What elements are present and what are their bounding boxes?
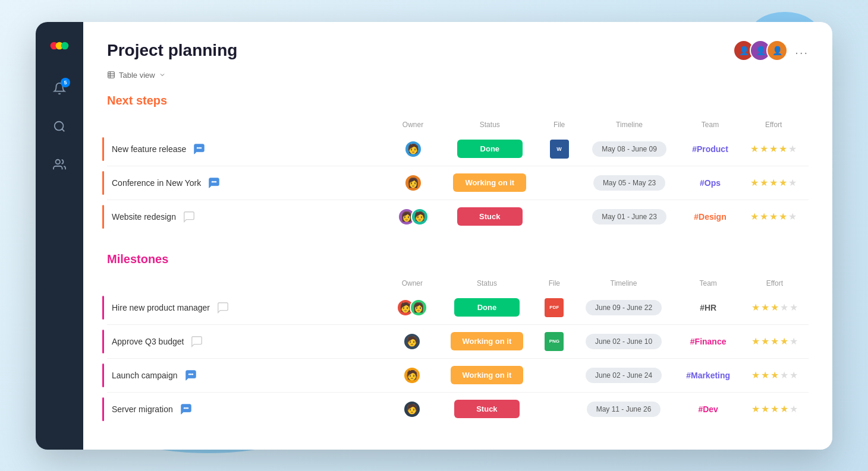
svg-point-18 xyxy=(191,373,193,375)
col-header-status: Status xyxy=(438,117,542,132)
team-tag: #Ops xyxy=(700,178,721,188)
row-name: Website redesign xyxy=(107,200,388,233)
team-cell: #Dev xyxy=(676,392,741,426)
star: ★ xyxy=(751,302,760,313)
star: ★ xyxy=(790,369,798,381)
status-cell[interactable]: Working on it xyxy=(438,166,542,200)
svg-point-3 xyxy=(55,121,64,130)
effort-cell: ★ ★ ★ ★ ★ xyxy=(741,291,809,325)
row-name: New feature release xyxy=(107,132,388,166)
table-view-button[interactable]: Table view xyxy=(107,71,809,80)
svg-line-4 xyxy=(62,129,64,131)
star: ★ xyxy=(751,403,760,415)
logo-icon[interactable] xyxy=(48,34,71,58)
row-accent xyxy=(102,137,104,161)
star: ★ xyxy=(760,143,768,154)
star: ★ xyxy=(769,211,778,222)
status-badge[interactable]: Stuck xyxy=(454,400,520,418)
star: ★ xyxy=(770,369,779,381)
team-tag: #Design xyxy=(694,212,726,222)
timeline-badge: May 01 - June 23 xyxy=(592,209,666,225)
timeline-badge: May 11 - June 26 xyxy=(587,402,661,417)
table-row: Server migration xyxy=(107,392,809,426)
status-badge[interactable]: Done xyxy=(457,140,523,158)
star: ★ xyxy=(780,369,788,381)
more-options-button[interactable]: ... xyxy=(795,43,809,57)
status-cell[interactable]: Stuck xyxy=(438,200,542,233)
row-name: Launch campaign xyxy=(107,359,388,392)
owner-avatar: 👩 xyxy=(410,299,427,317)
table-row: Website redesign 👩 xyxy=(107,200,809,233)
svg-point-20 xyxy=(185,407,187,409)
star: ★ xyxy=(770,336,779,347)
table-row: Conference in New York xyxy=(107,166,809,200)
next-steps-table: Owner Status File Timeline Team Effort xyxy=(107,117,809,233)
people-icon[interactable] xyxy=(48,153,71,176)
table-view-label: Table view xyxy=(119,71,155,80)
stars-rating: ★ ★ ★ ★ ★ xyxy=(751,336,798,347)
file-cell xyxy=(542,166,577,200)
status-cell[interactable]: Done xyxy=(438,132,542,166)
effort-cell: ★ ★ ★ ★ ★ xyxy=(738,200,809,233)
row-accent xyxy=(102,330,104,353)
owner-cell: 🧑 xyxy=(388,358,437,392)
chat-icon[interactable] xyxy=(191,141,207,157)
timeline-cell: May 01 - June 23 xyxy=(577,200,682,233)
svg-point-10 xyxy=(197,147,199,148)
svg-point-17 xyxy=(190,373,191,375)
svg-point-21 xyxy=(187,407,188,409)
status-cell[interactable]: Done xyxy=(437,291,537,325)
row-text: Server migration xyxy=(112,404,173,414)
status-badge[interactable]: Working on it xyxy=(451,366,524,384)
file-cell: PDF xyxy=(537,291,571,325)
stars-rating: ★ ★ ★ ★ ★ xyxy=(750,177,797,188)
effort-cell: ★ ★ ★ ★ ★ xyxy=(741,358,809,392)
svg-point-5 xyxy=(56,159,60,163)
file-png-icon[interactable]: PNG xyxy=(545,332,564,351)
chevron-down-icon xyxy=(159,71,166,78)
status-badge[interactable]: Done xyxy=(454,298,520,317)
team-cell: #Design xyxy=(682,200,739,233)
col-header-team: Team xyxy=(676,276,741,291)
table-icon xyxy=(107,71,115,79)
file-word-icon[interactable]: W xyxy=(550,140,569,159)
app-container: 5 Project planning 👤 👤 xyxy=(36,22,832,450)
chat-icon[interactable] xyxy=(181,208,197,225)
chat-bubble-icon xyxy=(183,210,196,223)
chat-icon[interactable] xyxy=(183,367,199,384)
status-cell[interactable]: Stuck xyxy=(437,392,537,426)
file-pdf-icon[interactable]: PDF xyxy=(545,298,564,317)
chat-icon[interactable] xyxy=(215,299,231,316)
notifications-icon[interactable]: 5 xyxy=(48,77,71,100)
status-cell[interactable]: Working on it xyxy=(437,358,537,392)
team-cell: #Product xyxy=(682,132,739,166)
star: ★ xyxy=(761,403,769,415)
search-icon[interactable] xyxy=(48,115,71,138)
stars-rating: ★ ★ ★ ★ ★ xyxy=(750,143,797,154)
owner-avatar: 👩 xyxy=(404,174,422,192)
star: ★ xyxy=(750,143,759,154)
star: ★ xyxy=(761,302,769,313)
chat-icon[interactable] xyxy=(178,401,194,418)
sidebar: 5 xyxy=(36,22,83,450)
star: ★ xyxy=(788,211,797,222)
timeline-cell: June 09 - June 22 xyxy=(572,291,676,325)
stars-rating: ★ ★ ★ ★ ★ xyxy=(751,403,798,415)
status-badge[interactable]: Working on it xyxy=(451,332,524,350)
team-cell: #HR xyxy=(676,291,741,325)
chat-icon[interactable] xyxy=(188,333,205,350)
col-header-team: Team xyxy=(682,117,739,132)
status-badge[interactable]: Stuck xyxy=(457,207,523,226)
row-name-cell: Launch campaign xyxy=(107,358,388,392)
owner-cell: 🧑 xyxy=(388,324,437,358)
header-right: 👤 👤 👤 ... xyxy=(733,40,809,61)
status-cell[interactable]: Working on it xyxy=(437,324,537,358)
effort-cell: ★ ★ ★ ★ ★ xyxy=(741,324,809,358)
timeline-badge: June 02 - June 10 xyxy=(586,334,662,349)
row-name-cell: Website redesign xyxy=(107,200,388,233)
timeline-badge: June 09 - June 22 xyxy=(586,300,662,315)
chat-icon[interactable] xyxy=(206,175,222,191)
col-header-timeline: Timeline xyxy=(572,276,676,291)
status-badge[interactable]: Working on it xyxy=(453,173,526,192)
row-text: Hire new product manager xyxy=(112,303,210,312)
